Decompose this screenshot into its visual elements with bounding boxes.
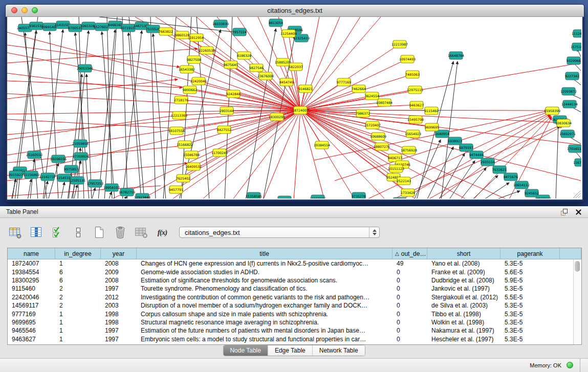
graph-node[interactable]: 9827508 (187, 56, 201, 63)
graph-node[interactable]: 8186328 (237, 52, 251, 59)
graph-node[interactable]: 12505135 (69, 177, 85, 184)
graph-node[interactable]: 22260538 (199, 47, 215, 54)
close-window-button[interactable] (11, 7, 17, 13)
float-panel-icon[interactable] (560, 208, 568, 216)
graph-node[interactable]: 15958399 (544, 107, 560, 115)
graph-node[interactable]: 11124547 (572, 30, 581, 37)
table-row[interactable]: 2242004622012Investigating the contribut… (8, 293, 581, 301)
graph-node[interactable]: 11700245 (211, 149, 228, 157)
graph-node[interactable]: 2933114 (481, 158, 495, 166)
new-column-icon[interactable] (92, 225, 106, 239)
graph-node[interactable]: 9699695 (425, 123, 439, 131)
graph-node[interactable]: 9463627 (409, 101, 424, 109)
graph-node[interactable]: 19958107 (103, 184, 120, 191)
graph-node[interactable]: 8471676 (504, 173, 518, 181)
delete-column-icon[interactable] (113, 225, 127, 239)
graph-node[interactable]: 15720407 (364, 121, 381, 129)
graph-node[interactable]: 6879197 (459, 144, 473, 151)
graph-node[interactable]: 14569117 (535, 195, 551, 199)
graph-node[interactable]: 18300295 (269, 113, 285, 121)
graph-node[interactable]: 8427552 (217, 126, 231, 134)
network-table-selector[interactable]: citations_edges.txt (179, 227, 380, 238)
graph-node[interactable]: 7485063 (405, 71, 420, 78)
graph-node[interactable]: 16033839 (212, 20, 229, 28)
table-mode-icon[interactable] (8, 225, 23, 239)
graph-node[interactable]: 29053346 (77, 64, 93, 72)
graph-node[interactable]: 11011147 (276, 196, 293, 199)
selector-stepper-icon[interactable] (369, 227, 379, 237)
minimize-window-button[interactable] (21, 7, 28, 13)
table-row[interactable]: 1938455462009Genome-wide association stu… (8, 268, 581, 276)
graph-node[interactable]: 17016514 (567, 145, 581, 152)
graph-node[interactable]: 16543382 (179, 65, 195, 73)
zoom-window-button[interactable] (32, 7, 38, 13)
table-row[interactable]: 911546021997Tourette syndrome. Phenomeno… (8, 285, 581, 293)
graph-node[interactable]: 10151123 (388, 165, 404, 172)
graph-node[interactable]: 12975115 (407, 86, 423, 94)
column-header-pagerank[interactable]: pagerank (500, 248, 560, 259)
graph-node[interactable]: 16782759 (119, 188, 135, 196)
network-view-window[interactable]: citations_edges.txt 18724007240557249361… (5, 4, 584, 202)
graph-node[interactable]: 7986372 (356, 110, 370, 117)
memory-ok-indicator-icon[interactable] (567, 362, 573, 368)
graph-node[interactable]: 25160550 (26, 151, 42, 159)
graph-node[interactable]: 15654923 (405, 130, 421, 138)
graph-node[interactable]: 15692971 (559, 130, 576, 138)
table-row[interactable]: 969969511998Structural magnetic resonanc… (8, 318, 581, 326)
column-header-out_de[interactable]: △out_de… (393, 248, 427, 259)
graph-node[interactable]: 9115460 (424, 107, 439, 115)
graph-node[interactable]: 9457791 (169, 186, 183, 193)
graph-node[interactable]: 2522143 (397, 177, 411, 185)
graph-node[interactable]: 22420046 (190, 77, 207, 85)
graph-node[interactable]: 11675334 (573, 159, 581, 166)
graph-node[interactable]: 17359924 (73, 152, 89, 160)
graph-node[interactable]: 10688609 (370, 133, 386, 140)
table-body[interactable]: 1872400712008Changes of HCN gene express… (8, 259, 581, 344)
graph-node[interactable]: 7632621 (492, 166, 507, 173)
graph-node[interactable]: 5938923 (448, 137, 462, 145)
graph-node[interactable]: 12213987 (391, 40, 408, 48)
graph-node[interactable]: 11156869 (23, 171, 39, 179)
graph-node[interactable]: 10974493 (399, 55, 416, 63)
tab-node-table[interactable]: Node Table (223, 345, 268, 356)
graph-node[interactable]: 18756928 (401, 146, 417, 154)
graph-node[interactable]: 15166822 (177, 141, 193, 148)
graph-node[interactable]: 9860128 (175, 31, 189, 39)
table-row[interactable]: 946554611997Estimation of the future num… (8, 326, 581, 335)
graph-node[interactable]: 9146821 (298, 85, 313, 93)
graph-node[interactable]: 5912954 (189, 34, 204, 41)
row-height-icon[interactable] (71, 225, 85, 239)
graph-node[interactable]: 19384554 (314, 141, 330, 149)
graph-node[interactable]: 9474444 (469, 151, 484, 159)
graph-node[interactable]: 15495798 (407, 116, 424, 123)
graph-node[interactable]: 15046788 (183, 151, 200, 159)
column-header-short[interactable]: short (427, 248, 500, 259)
graph-node[interactable]: 3915923 (9, 171, 23, 179)
graph-node[interactable]: 9329966 (567, 57, 581, 64)
table-row[interactable]: 977716911998Corpus callosum shape and si… (8, 310, 581, 318)
graph-node[interactable]: 9827546 (249, 64, 264, 72)
column-header-name[interactable]: name (8, 248, 55, 259)
graph-node[interactable]: 7663822 (159, 28, 173, 35)
graph-node[interactable]: 16409532 (185, 163, 202, 170)
graph-node[interactable]: 18724007 (292, 106, 309, 114)
graph-node[interactable]: 17957253 (87, 180, 103, 187)
graph-node[interactable]: 10654112 (513, 181, 530, 189)
graph-node[interactable]: 8675645 (224, 61, 238, 69)
graph-node[interactable]: 12923448 (134, 193, 150, 199)
graph-node[interactable]: 18107554 (168, 127, 185, 135)
table-scrollbar[interactable] (573, 259, 581, 344)
graph-node[interactable]: 12093872 (560, 87, 577, 95)
table-row[interactable]: 1872400712008Changes of HCN gene express… (8, 259, 581, 268)
tab-edge-table[interactable]: Edge Table (268, 345, 312, 356)
column-header-year[interactable]: year (101, 248, 137, 259)
show-column-icon[interactable] (29, 225, 43, 239)
table-row[interactable]: 946362711997Embryonic stem cells: a mode… (8, 335, 581, 343)
network-canvas[interactable]: 1872400724055724936153220691406114315058… (7, 17, 582, 200)
graph-node[interactable]: 1733426 (401, 189, 415, 196)
graph-node[interactable]: 10807484 (376, 99, 393, 106)
table-row[interactable]: 1456911722003Disruption of a novel membe… (8, 301, 581, 310)
graph-node[interactable]: 7625402 (176, 174, 190, 182)
canvas-resize-grip[interactable] (578, 196, 580, 198)
graph-node[interactable]: 7515526 (146, 25, 160, 33)
